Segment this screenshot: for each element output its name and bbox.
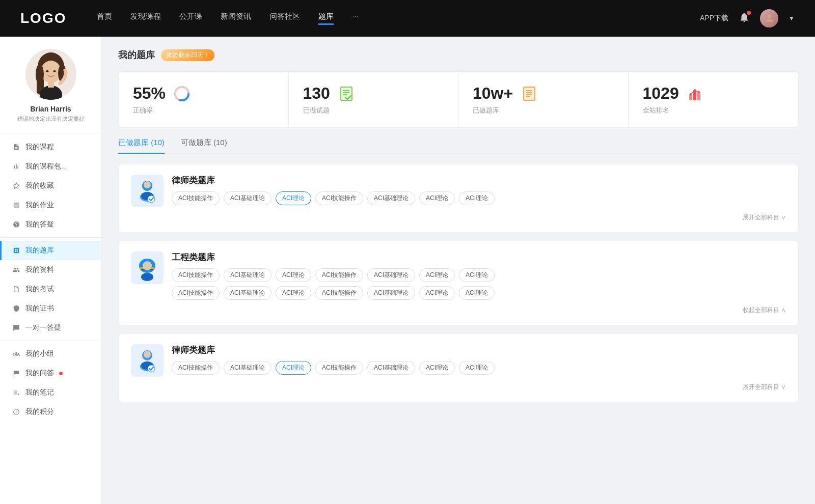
nav-qa[interactable]: 问答社区 — [269, 12, 300, 25]
bank-card-lawyer-1: 律师类题库 ACI技能操作 ACI基础理论 ACI理论 ACI技能操作 ACI基… — [118, 164, 799, 233]
stat-done-banks-value: 10w+ — [473, 84, 513, 103]
svg-point-0 — [767, 15, 771, 18]
sidebar-item-my-cert[interactable]: 我的证书 — [0, 299, 101, 318]
l2tag-3[interactable]: ACI理论 — [276, 361, 311, 375]
sidebar-item-my-qa-ask[interactable]: 我的答疑 — [0, 215, 101, 234]
tag-2[interactable]: ACI基础理论 — [224, 191, 271, 205]
nav-bank[interactable]: 题库 — [318, 12, 334, 25]
etag-9[interactable]: ACI基础理论 — [224, 286, 271, 300]
qa-icon — [12, 369, 20, 377]
tag-6[interactable]: ACI理论 — [419, 191, 455, 205]
svg-rect-22 — [524, 87, 535, 100]
stat-accuracy: 55% 正确率 — [119, 72, 289, 127]
profile-motto: 错误的决定比没有决定要好 — [17, 115, 85, 123]
tag-1[interactable]: ACI技能操作 — [172, 191, 220, 205]
sidebar-item-my-bank[interactable]: 我的题库 — [0, 241, 101, 260]
l2tag-7[interactable]: ACI理论 — [459, 361, 495, 375]
etag-13[interactable]: ACI理论 — [419, 286, 455, 300]
svg-point-3 — [41, 61, 61, 83]
bank-card-engineer: 工程类题库 ACI技能操作 ACI基础理论 ACI理论 ACI技能操作 ACI基… — [118, 241, 799, 325]
svg-point-37 — [144, 181, 151, 188]
app-download[interactable]: APP下载 — [700, 14, 728, 23]
bank-header-lawyer-2: 律师类题库 ACI技能操作 ACI基础理论 ACI理论 ACI技能操作 ACI基… — [131, 344, 786, 377]
collapse-engineer[interactable]: 收起全部科目 ∧ — [131, 306, 786, 315]
navigation: LOGO 首页 发现课程 公开课 新闻资讯 问答社区 题库 ··· APP下载 … — [0, 0, 815, 37]
sidebar-item-my-homework[interactable]: 我的作业 — [0, 195, 101, 215]
bank-icon-lawyer-2 — [131, 344, 164, 377]
etag-6[interactable]: ACI理论 — [419, 268, 455, 282]
etag-1[interactable]: ACI技能操作 — [172, 268, 220, 282]
l2tag-2[interactable]: ACI基础理论 — [224, 361, 271, 375]
svg-point-33 — [698, 91, 700, 93]
bank-title-engineer: 工程类题库 — [172, 251, 495, 263]
cert-icon — [12, 304, 20, 313]
sidebar-label-my-homework: 我的作业 — [25, 201, 54, 210]
grid-icon — [12, 246, 20, 255]
nav-home[interactable]: 首页 — [97, 12, 112, 25]
stats-row: 55% 正确率 130 — [118, 71, 799, 128]
bank-header-engineer: 工程类题库 ACI技能操作 ACI基础理论 ACI理论 ACI技能操作 ACI基… — [131, 251, 786, 300]
sidebar-item-my-group[interactable]: 我的小组 — [0, 344, 101, 363]
tag-3[interactable]: ACI理论 — [276, 191, 311, 205]
etag-7[interactable]: ACI理论 — [459, 268, 495, 282]
sidebar-label-my-exam: 我的考试 — [25, 285, 54, 294]
doc-icon — [12, 201, 20, 209]
l2tag-5[interactable]: ACI基础理论 — [367, 361, 415, 375]
svg-point-43 — [141, 273, 153, 281]
tag-4[interactable]: ACI技能操作 — [315, 191, 363, 205]
l2tag-4[interactable]: ACI技能操作 — [315, 361, 363, 375]
svg-point-47 — [144, 351, 151, 358]
expand-lawyer-2[interactable]: 展开全部科目 ∨ — [131, 383, 786, 391]
sidebar-label-one-on-one: 一对一答疑 — [25, 323, 61, 332]
etag-8[interactable]: ACI技能操作 — [172, 286, 220, 300]
bank-title-lawyer-1: 律师类题库 — [172, 175, 495, 186]
tag-7[interactable]: ACI理论 — [459, 191, 495, 205]
sidebar-item-my-answers[interactable]: 我的问答 — [0, 363, 101, 383]
sidebar-item-my-points[interactable]: ¥ 我的积分 — [0, 402, 101, 422]
sidebar-label-my-cert: 我的证书 — [25, 304, 54, 313]
svg-point-9 — [46, 70, 48, 72]
nav-open[interactable]: 公开课 — [179, 12, 202, 25]
sidebar-item-my-exam[interactable]: 我的考试 — [0, 279, 101, 299]
etag-5[interactable]: ACI基础理论 — [367, 268, 415, 282]
sidebar-item-my-notes[interactable]: 我的笔记 — [0, 383, 101, 402]
l2tag-1[interactable]: ACI技能操作 — [172, 361, 220, 375]
main-layout: Brian Harris 错误的决定比没有决定要好 我的课程 我的课程包... — [0, 37, 815, 504]
bank-info-engineer: 工程类题库 ACI技能操作 ACI基础理论 ACI理论 ACI技能操作 ACI基… — [172, 251, 495, 300]
etag-4[interactable]: ACI技能操作 — [315, 268, 363, 282]
bank-title-lawyer-2: 律师类题库 — [172, 344, 495, 356]
etag-3[interactable]: ACI理论 — [276, 268, 311, 282]
user-avatar[interactable] — [760, 9, 778, 27]
sidebar-item-my-course[interactable]: 我的课程 — [0, 137, 101, 157]
etag-14[interactable]: ACI理论 — [459, 286, 495, 300]
etag-12[interactable]: ACI基础理论 — [367, 286, 415, 300]
sidebar-menu: 我的课程 我的课程包... 我的收藏 我的作业 — [0, 137, 101, 422]
sidebar-item-my-package[interactable]: 我的课程包... — [0, 157, 101, 176]
page-header: 我的题库 体验剩余23天！ — [118, 49, 799, 61]
doc-green-icon — [337, 85, 356, 103]
bank-icon-lawyer-1 — [131, 175, 164, 207]
etag-11[interactable]: ACI技能操作 — [315, 286, 363, 300]
etag-10[interactable]: ACI理论 — [276, 286, 311, 300]
tab-available-banks[interactable]: 可做题库 (10) — [181, 138, 227, 153]
l2tag-6[interactable]: ACI理论 — [419, 361, 455, 375]
sidebar-item-one-on-one[interactable]: 一对一答疑 — [0, 318, 101, 338]
etag-2[interactable]: ACI基础理论 — [224, 268, 271, 282]
tab-done-banks[interactable]: 已做题库 (10) — [118, 138, 165, 154]
expand-lawyer-1[interactable]: 展开全部科目 ∨ — [131, 213, 786, 222]
sidebar-label-my-notes: 我的笔记 — [25, 388, 54, 397]
coin-icon: ¥ — [12, 408, 20, 416]
sidebar-label-my-points: 我的积分 — [25, 407, 54, 416]
nav-discover[interactable]: 发现课程 — [130, 12, 161, 25]
sidebar-label-my-qa-ask: 我的答疑 — [25, 220, 54, 229]
nav-news[interactable]: 新闻资讯 — [221, 12, 251, 25]
star-icon — [12, 182, 20, 190]
nav-more[interactable]: ··· — [352, 12, 359, 25]
user-menu-chevron[interactable]: ▼ — [789, 15, 795, 22]
bell-button[interactable] — [739, 12, 750, 25]
people-icon — [12, 266, 20, 274]
tag-5[interactable]: ACI基础理论 — [367, 191, 415, 205]
stat-done-questions-label: 已做试题 — [303, 106, 444, 115]
sidebar-item-my-collect[interactable]: 我的收藏 — [0, 176, 101, 195]
sidebar-item-my-data[interactable]: 我的资料 — [0, 260, 101, 279]
